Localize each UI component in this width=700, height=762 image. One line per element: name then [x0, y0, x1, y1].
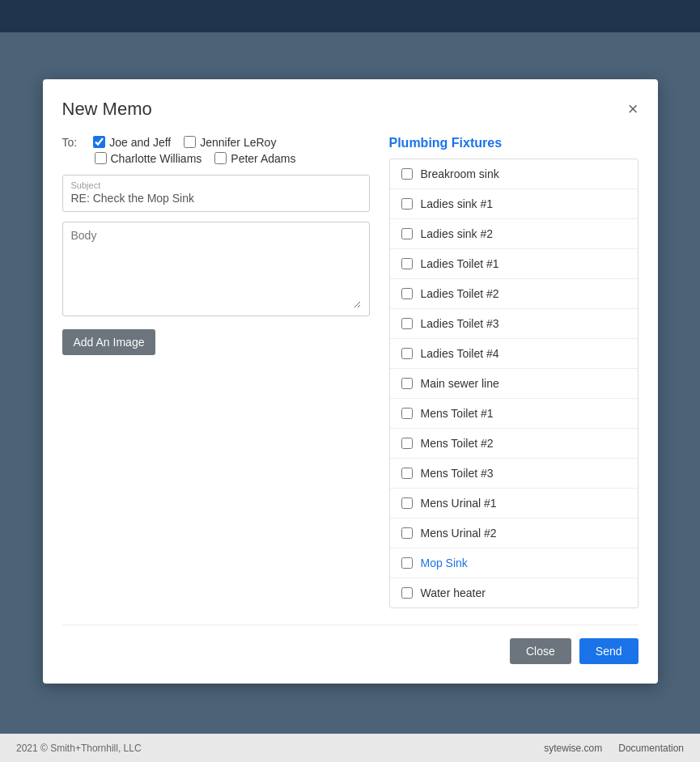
- fixture-checkbox-mens-toilet-1[interactable]: [401, 408, 413, 419]
- close-button[interactable]: Close: [510, 638, 571, 664]
- footer-links: sytewise.com Documentation: [544, 743, 684, 754]
- fixture-ladies-toilet-2[interactable]: Ladies Toilet #2: [390, 279, 638, 309]
- fixture-ladies-sink-1[interactable]: Ladies sink #1: [390, 189, 638, 219]
- fixture-breakroom-sink[interactable]: Breakroom sink: [390, 159, 638, 189]
- fixture-label-main-sewer-line: Main sewer line: [421, 377, 499, 390]
- to-label: To:: [62, 136, 78, 149]
- recipient-joe-jeff[interactable]: Joe and Jeff: [93, 136, 171, 149]
- fixture-checkbox-ladies-toilet-3[interactable]: [401, 318, 413, 329]
- recipients-row-two: Charlotte Williams Peter Adams: [62, 152, 370, 165]
- right-panel: Plumbing Fixtures Breakroom sink Ladies …: [389, 136, 638, 608]
- fixture-mens-urinal-2[interactable]: Mens Urinal #2: [390, 519, 638, 548]
- fixture-mop-sink[interactable]: Mop Sink: [390, 548, 638, 578]
- recipient-jennifer-leroy[interactable]: Jennifer LeRoy: [184, 136, 276, 149]
- fixture-checkbox-ladies-toilet-2[interactable]: [401, 288, 413, 299]
- fixture-label-mop-sink[interactable]: Mop Sink: [421, 557, 468, 569]
- recipient-charlotte-williams[interactable]: Charlotte Williams: [95, 152, 202, 165]
- recipient-checkbox-charlotte-williams[interactable]: [95, 152, 107, 164]
- fixture-main-sewer-line[interactable]: Main sewer line: [390, 369, 638, 399]
- fixture-label-ladies-toilet-2: Ladies Toilet #2: [421, 287, 499, 300]
- body-textarea[interactable]: [71, 227, 361, 308]
- fixture-label-mens-toilet-3: Mens Toilet #3: [421, 467, 494, 480]
- bottom-bar: 2021 © Smith+Thornhill, LLC sytewise.com…: [0, 734, 700, 762]
- recipient-label-joe-jeff: Joe and Jeff: [109, 136, 171, 149]
- recipient-label-jennifer-leroy: Jennifer LeRoy: [200, 136, 276, 149]
- recipient-checkbox-peter-adams[interactable]: [214, 152, 227, 164]
- copyright-text: 2021 © Smith+Thornhill, LLC: [16, 743, 142, 754]
- footer-link-documentation[interactable]: Documentation: [618, 743, 684, 754]
- fixture-checkbox-ladies-toilet-4[interactable]: [401, 348, 413, 359]
- fixture-ladies-toilet-4[interactable]: Ladies Toilet #4: [390, 339, 638, 369]
- fixtures-title: Plumbing Fixtures: [389, 136, 638, 150]
- fixture-water-heater[interactable]: Water heater: [390, 578, 638, 607]
- fixture-checkbox-mop-sink[interactable]: [401, 557, 413, 569]
- fixture-checkbox-ladies-toilet-1[interactable]: [401, 258, 413, 269]
- subject-label: Subject: [71, 180, 361, 190]
- recipients-section: To: Joe and Jeff Jennifer LeRoy: [62, 136, 370, 165]
- recipients-row-one: To: Joe and Jeff Jennifer LeRoy: [62, 136, 370, 149]
- fixture-checkbox-mens-urinal-2[interactable]: [401, 527, 413, 539]
- fixture-checkbox-breakroom-sink[interactable]: [401, 168, 413, 180]
- fixture-checkbox-mens-toilet-3[interactable]: [401, 468, 413, 479]
- fixture-label-ladies-sink-1: Ladies sink #1: [421, 197, 494, 210]
- fixture-checkbox-ladies-sink-2[interactable]: [401, 228, 413, 239]
- modal-title: New Memo: [62, 99, 152, 120]
- recipient-label-peter-adams: Peter Adams: [231, 152, 295, 165]
- recipient-peter-adams[interactable]: Peter Adams: [214, 152, 295, 165]
- modal-body: To: Joe and Jeff Jennifer LeRoy: [62, 136, 638, 608]
- modal-footer: Close Send: [62, 624, 638, 664]
- fixture-label-ladies-sink-2: Ladies sink #2: [421, 227, 494, 240]
- fixture-mens-toilet-1[interactable]: Mens Toilet #1: [390, 399, 638, 429]
- modal-header: New Memo ×: [62, 99, 638, 120]
- recipient-checkbox-jennifer-leroy[interactable]: [184, 136, 196, 148]
- modal-close-button[interactable]: ×: [628, 100, 638, 118]
- add-image-button[interactable]: Add An Image: [62, 329, 156, 355]
- fixture-label-mens-urinal-2: Mens Urinal #2: [421, 527, 497, 540]
- fixture-label-ladies-toilet-4: Ladies Toilet #4: [421, 347, 499, 360]
- fixture-mens-toilet-2[interactable]: Mens Toilet #2: [390, 429, 638, 459]
- footer-link-sytewise[interactable]: sytewise.com: [544, 743, 602, 754]
- recipient-label-charlotte-williams: Charlotte Williams: [111, 152, 202, 165]
- fixture-checkbox-mens-urinal-1[interactable]: [401, 497, 413, 509]
- fixture-label-mens-urinal-1: Mens Urinal #1: [421, 497, 497, 510]
- send-button[interactable]: Send: [579, 638, 638, 664]
- subject-field-wrapper: Subject: [62, 175, 370, 212]
- recipient-checkbox-joe-jeff[interactable]: [93, 136, 105, 148]
- fixture-label-mens-toilet-2: Mens Toilet #2: [421, 437, 494, 450]
- fixture-checkbox-water-heater[interactable]: [401, 587, 413, 599]
- subject-input[interactable]: [71, 190, 361, 206]
- fixture-label-ladies-toilet-1: Ladies Toilet #1: [421, 257, 499, 270]
- fixture-label-breakroom-sink: Breakroom sink: [421, 167, 499, 180]
- modal-overlay: New Memo × To: Joe and Jeff: [0, 0, 700, 762]
- fixture-ladies-toilet-3[interactable]: Ladies Toilet #3: [390, 309, 638, 339]
- fixture-mens-urinal-1[interactable]: Mens Urinal #1: [390, 489, 638, 519]
- page-background: New Memo × To: Joe and Jeff: [0, 0, 700, 762]
- fixture-label-mens-toilet-1: Mens Toilet #1: [421, 407, 494, 420]
- fixture-label-ladies-toilet-3: Ladies Toilet #3: [421, 317, 499, 330]
- fixture-label-water-heater: Water heater: [421, 586, 486, 599]
- body-field-wrapper: [62, 222, 370, 316]
- new-memo-modal: New Memo × To: Joe and Jeff: [43, 79, 658, 684]
- fixture-mens-toilet-3[interactable]: Mens Toilet #3: [390, 459, 638, 489]
- left-panel: To: Joe and Jeff Jennifer LeRoy: [62, 136, 370, 608]
- fixture-checkbox-main-sewer-line[interactable]: [401, 378, 413, 389]
- fixture-ladies-sink-2[interactable]: Ladies sink #2: [390, 219, 638, 249]
- fixture-checkbox-mens-toilet-2[interactable]: [401, 438, 413, 449]
- fixture-ladies-toilet-1[interactable]: Ladies Toilet #1: [390, 249, 638, 279]
- fixtures-list: Breakroom sink Ladies sink #1 Ladies sin…: [389, 159, 638, 608]
- fixture-checkbox-ladies-sink-1[interactable]: [401, 198, 413, 210]
